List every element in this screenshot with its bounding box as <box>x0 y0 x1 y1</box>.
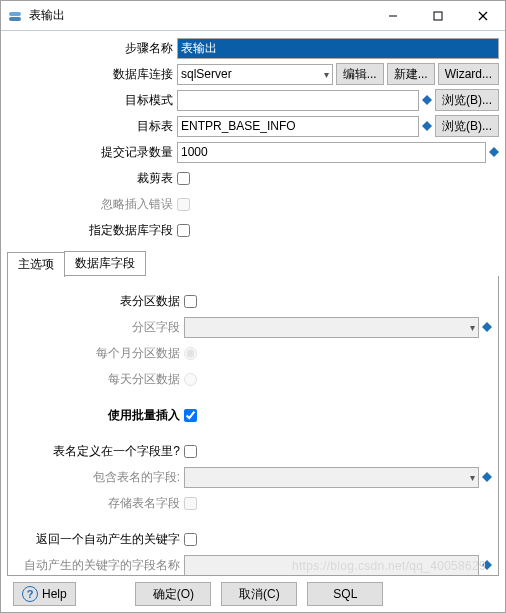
tablename-field-select: ▾ <box>184 467 479 488</box>
variable-icon[interactable] <box>482 472 492 482</box>
app-icon <box>7 8 23 24</box>
gen-key-field-input <box>184 555 479 576</box>
browse-table-button[interactable]: 浏览(B)... <box>435 115 499 137</box>
variable-icon[interactable] <box>489 147 499 157</box>
tablename-in-field-checkbox[interactable] <box>184 445 197 458</box>
browse-schema-button[interactable]: 浏览(B)... <box>435 89 499 111</box>
svg-marker-7 <box>422 121 432 131</box>
partition-daily-label: 每天分区数据 <box>14 371 184 388</box>
target-schema-label: 目标模式 <box>7 92 177 109</box>
db-conn-label: 数据库连接 <box>7 66 177 83</box>
partition-monthly-label: 每个月分区数据 <box>14 345 184 362</box>
edit-conn-button[interactable]: 编辑... <box>336 63 384 85</box>
tab-strip: 主选项 数据库字段 <box>7 251 499 276</box>
svg-marker-10 <box>482 472 492 482</box>
ok-button[interactable]: 确定(O) <box>135 582 211 606</box>
tab-main[interactable]: 主选项 <box>7 252 65 277</box>
chevron-down-icon: ▾ <box>324 69 329 80</box>
help-button[interactable]: ? Help <box>13 582 76 606</box>
db-conn-select[interactable]: sqlServer ▾ <box>177 64 333 85</box>
chevron-down-icon: ▾ <box>470 472 475 483</box>
tablename-field-label: 包含表名的字段: <box>14 469 184 486</box>
db-conn-value: sqlServer <box>181 67 232 81</box>
partition-data-label: 表分区数据 <box>14 293 184 310</box>
svg-marker-11 <box>482 560 492 570</box>
svg-line-5 <box>479 12 487 20</box>
tab-db-fields[interactable]: 数据库字段 <box>64 251 146 276</box>
minimize-button[interactable] <box>370 1 415 30</box>
variable-icon[interactable] <box>422 121 432 131</box>
store-tablename-label: 存储表名字段 <box>14 495 184 512</box>
cancel-button[interactable]: 取消(C) <box>221 582 297 606</box>
svg-line-4 <box>479 12 487 20</box>
partition-field-select: ▾ <box>184 317 479 338</box>
close-button[interactable] <box>460 1 505 30</box>
svg-rect-3 <box>434 12 442 20</box>
variable-icon[interactable] <box>422 95 432 105</box>
target-schema-input[interactable] <box>177 90 419 111</box>
truncate-checkbox[interactable] <box>177 172 190 185</box>
tab-panel-main: 表分区数据 分区字段 ▾ 每个月分区数据 每天分区数据 <box>7 276 499 576</box>
titlebar: 表输出 <box>1 1 505 31</box>
return-gen-keys-label: 返回一个自动产生的关键字 <box>14 531 184 548</box>
chevron-down-icon: ▾ <box>470 322 475 333</box>
commit-size-label: 提交记录数量 <box>7 144 177 161</box>
use-batch-label: 使用批量插入 <box>14 407 184 424</box>
ignore-insert-err-checkbox <box>177 198 190 211</box>
svg-marker-6 <box>422 95 432 105</box>
gen-key-field-label: 自动产生的关键字的字段名称 <box>14 557 184 574</box>
partition-monthly-radio <box>184 347 197 360</box>
sql-button[interactable]: SQL <box>307 582 383 606</box>
partition-data-checkbox[interactable] <box>184 295 197 308</box>
partition-field-label: 分区字段 <box>14 319 184 336</box>
maximize-button[interactable] <box>415 1 460 30</box>
commit-size-input[interactable] <box>177 142 486 163</box>
new-conn-button[interactable]: 新建... <box>387 63 435 85</box>
return-gen-keys-checkbox[interactable] <box>184 533 197 546</box>
variable-icon[interactable] <box>482 322 492 332</box>
footer: ? Help 确定(O) 取消(C) SQL <box>7 576 499 612</box>
svg-marker-9 <box>482 322 492 332</box>
svg-rect-1 <box>9 17 21 21</box>
target-table-input[interactable] <box>177 116 419 137</box>
truncate-label: 裁剪表 <box>7 170 177 187</box>
variable-icon[interactable] <box>482 560 492 570</box>
step-name-label: 步骤名称 <box>7 40 177 57</box>
ignore-insert-err-label: 忽略插入错误 <box>7 196 177 213</box>
specify-db-fields-checkbox[interactable] <box>177 224 190 237</box>
partition-daily-radio <box>184 373 197 386</box>
use-batch-checkbox[interactable] <box>184 409 197 422</box>
store-tablename-checkbox <box>184 497 197 510</box>
window-title: 表输出 <box>29 7 370 24</box>
help-icon: ? <box>22 586 38 602</box>
help-label: Help <box>42 587 67 601</box>
specify-db-fields-label: 指定数据库字段 <box>7 222 177 239</box>
tablename-in-field-label: 表名定义在一个字段里? <box>14 443 184 460</box>
svg-rect-0 <box>9 12 21 16</box>
step-name-input[interactable] <box>177 38 499 59</box>
svg-marker-8 <box>489 147 499 157</box>
wizard-conn-button[interactable]: Wizard... <box>438 63 499 85</box>
target-table-label: 目标表 <box>7 118 177 135</box>
